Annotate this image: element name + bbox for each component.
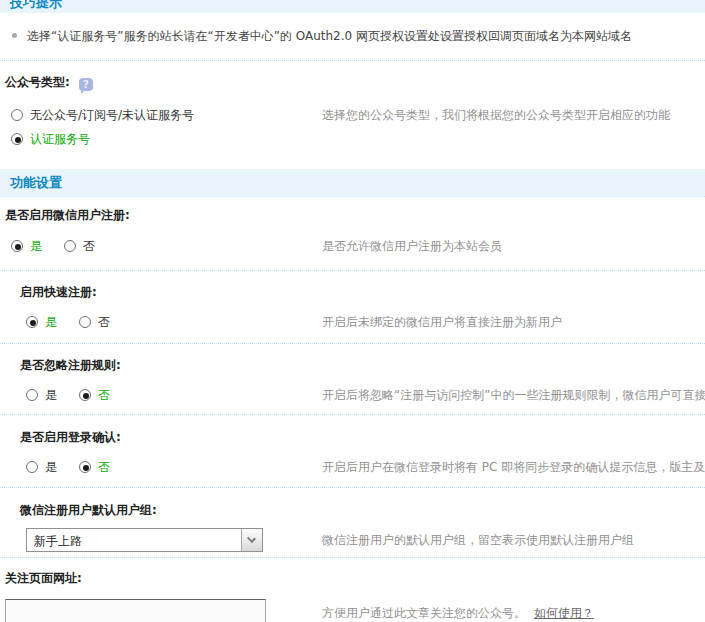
follow-url-input[interactable]	[5, 599, 266, 622]
radio-icon	[11, 240, 23, 252]
account-type-option-row-1: 无公众号/订阅号/未认证服务号 选择您的公众号类型，我们将根据您的公众号类型开启…	[0, 107, 705, 124]
tips-header-title: 技巧提示	[10, 0, 62, 10]
radio-option-verified-service[interactable]: 认证服务号	[11, 131, 90, 148]
enable-register-controls: 是 否 是否允许微信用户注册为本站会员	[0, 238, 705, 255]
features-header-title: 功能设置	[10, 175, 62, 190]
enable-register-description: 是否允许微信用户注册为本站会员	[322, 239, 502, 254]
select-selected-value: 新手上路	[34, 533, 82, 550]
follow-url-controls: 方便用户通过此文章关注您的公众号。如何使用？	[0, 599, 705, 622]
quick-register-description: 开启后未绑定的微信用户将直接注册为新用户	[322, 315, 562, 330]
account-type-option-row-2: 认证服务号	[0, 131, 705, 148]
tip-bullet-row: 选择“认证服务号”服务的站长请在“开发者中心”的 OAuth2.0 网页授权设置…	[0, 28, 705, 44]
chevron-down-icon	[247, 534, 256, 543]
radio-icon	[64, 240, 76, 252]
wechat-settings-page: 技巧提示 选择“认证服务号”服务的站长请在“开发者中心”的 OAuth2.0 网…	[0, 0, 705, 622]
tip-bullet-text: 选择“认证服务号”服务的站长请在“开发者中心”的 OAuth2.0 网页授权设置…	[27, 29, 632, 43]
follow-url-label: 关注页面网址:	[0, 571, 705, 586]
radio-icon	[79, 316, 91, 328]
radio-icon	[11, 133, 23, 145]
radio-option-yes[interactable]: 是	[11, 238, 42, 255]
login-confirm-controls: 是 否 开启后用户在微信登录时将有 PC 即将同步登录的确认提示信息，版主及	[0, 459, 705, 476]
ignore-rules-description: 开启后将忽略“注册与访问控制”中的一些注册规则限制，微信用户可直接	[322, 388, 705, 403]
divider	[0, 343, 705, 344]
divider	[0, 487, 705, 488]
follow-url-description-text: 方便用户通过此文章关注您的公众号。	[322, 606, 526, 620]
features-header-bar: 功能设置	[0, 169, 705, 197]
account-type-label: 公众号类型:	[5, 75, 70, 89]
radio-option-yes[interactable]: 是	[26, 314, 57, 331]
enable-register-label: 是否启用微信用户注册:	[0, 208, 705, 223]
radio-icon	[26, 316, 38, 328]
radio-option-yes[interactable]: 是	[26, 387, 57, 404]
radio-icon	[26, 389, 38, 401]
default-group-label: 微信注册用户默认用户组:	[0, 503, 705, 518]
ignore-rules-controls: 是 否 开启后将忽略“注册与访问控制”中的一些注册规则限制，微信用户可直接	[0, 387, 705, 404]
quick-register-label: 启用快速注册:	[0, 285, 705, 300]
account-type-label-row: 公众号类型:?	[0, 75, 705, 91]
radio-icon	[11, 109, 23, 121]
default-group-description: 微信注册用户的默认用户组，留空表示使用默认注册用户组	[322, 533, 634, 548]
radio-option-yes[interactable]: 是	[26, 459, 57, 476]
login-confirm-label: 是否启用登录确认:	[0, 430, 705, 445]
how-to-use-link[interactable]: 如何使用？	[534, 606, 594, 620]
radio-option-no[interactable]: 否	[79, 387, 110, 404]
divider	[0, 414, 705, 415]
radio-icon	[26, 461, 38, 473]
radio-icon	[79, 461, 91, 473]
tips-header-clip: 技巧提示	[0, 0, 705, 13]
radio-icon	[79, 389, 91, 401]
radio-option-no[interactable]: 否	[79, 314, 110, 331]
tips-header-bar: 技巧提示	[0, 0, 705, 13]
login-confirm-description: 开启后用户在微信登录时将有 PC 即将同步登录的确认提示信息，版主及	[322, 460, 705, 475]
help-question-icon[interactable]: ?	[79, 78, 93, 91]
divider	[0, 270, 705, 271]
radio-option-no[interactable]: 否	[64, 238, 95, 255]
default-group-controls: 新手上路 微信注册用户的默认用户组，留空表示使用默认注册用户组	[0, 528, 705, 552]
divider	[0, 557, 705, 558]
ignore-rules-label: 是否忽略注册规则:	[0, 358, 705, 373]
radio-option-label: 无公众号/订阅号/未认证服务号	[30, 108, 194, 122]
default-group-select[interactable]: 新手上路	[26, 528, 263, 552]
divider	[0, 60, 705, 61]
radio-option-label: 认证服务号	[30, 132, 90, 146]
radio-option-no-account[interactable]: 无公众号/订阅号/未认证服务号	[11, 107, 194, 124]
radio-option-no[interactable]: 否	[79, 459, 110, 476]
account-type-description: 选择您的公众号类型，我们将根据您的公众号类型开启相应的功能	[322, 108, 670, 123]
select-dropdown-button[interactable]	[241, 529, 262, 551]
quick-register-controls: 是 否 开启后未绑定的微信用户将直接注册为新用户	[0, 314, 705, 331]
bullet-icon	[12, 33, 17, 38]
follow-url-description: 方便用户通过此文章关注您的公众号。如何使用？	[322, 606, 594, 621]
